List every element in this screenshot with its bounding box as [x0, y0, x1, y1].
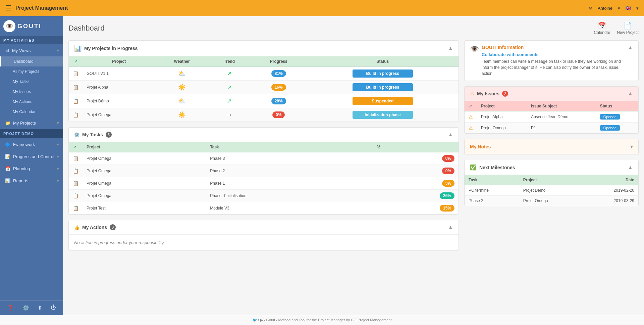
- sidebar-item-reports[interactable]: 📊 Reports ▾: [0, 175, 63, 187]
- new-project-button[interactable]: 📄 New Project: [617, 21, 639, 35]
- row-task-name: Phase 1: [206, 177, 373, 190]
- sidebar-item-my-projects[interactable]: 📁 My Projects ▾: [0, 117, 63, 129]
- row-trend: ↗: [208, 94, 251, 108]
- sidebar-item-planning[interactable]: 📅 Planning ▾: [0, 162, 63, 175]
- row-task-pct: 5%: [373, 177, 459, 190]
- tasks-link-icon: ↗: [73, 145, 76, 149]
- row-project-name: Projet Omega: [83, 152, 206, 165]
- table-row: 📋 Projet Test Module V3 15%: [69, 202, 459, 215]
- logo-icon: 👁️: [3, 20, 15, 32]
- side-column: 👁️ GOUTI Information Collaborate with co…: [464, 40, 639, 251]
- sidebar-item-my-calendar[interactable]: My Calendar: [0, 107, 63, 117]
- actions-card: 👍 My Actions 0 ▲ No action in progress u…: [68, 220, 459, 251]
- row-icon: 📋: [69, 152, 83, 165]
- row-date: 2019-02-20: [583, 185, 638, 196]
- col-link: ↗: [69, 56, 83, 67]
- row-project-name: Projet Omega: [519, 196, 583, 206]
- row-trend: →: [208, 108, 251, 122]
- gouti-info-text: Team members can write a message on task…: [482, 58, 628, 77]
- issues-warning-icon: ⚠: [470, 91, 474, 96]
- my-actions-label: My Actions: [13, 99, 32, 104]
- language-flag[interactable]: 🇬🇧: [626, 6, 631, 11]
- footer-settings-icon[interactable]: ⚙️: [22, 305, 29, 311]
- reports-icon: 📊: [5, 178, 10, 183]
- footer-power-icon[interactable]: ⏻: [51, 305, 56, 311]
- milestones-card: ✅ Next Milestones ▲ Task Project Date: [464, 160, 639, 206]
- row-progress: 28%: [250, 94, 307, 108]
- sidebar-item-dashboard[interactable]: Dashboard: [0, 56, 63, 66]
- col-project: Project: [83, 56, 155, 67]
- sidebar-item-my-actions[interactable]: My Actions: [0, 97, 63, 107]
- sidebar-item-my-views[interactable]: 🖥 My Views ▾: [0, 44, 63, 56]
- row-icon: ⚠: [465, 123, 477, 134]
- row-weather: ⛅: [155, 94, 208, 108]
- menu-icon[interactable]: ☰: [5, 4, 11, 12]
- sidebar-logo: 👁️ GOUTI: [0, 16, 63, 36]
- issues-col-status: Status: [596, 101, 638, 111]
- user-chevron[interactable]: ▾: [618, 6, 620, 11]
- projects-card-icon: 📊: [74, 45, 82, 52]
- row-project-name: Projet Omega: [83, 108, 155, 122]
- table-row: 📋 Projet Omega Phase d'initialisation 25…: [69, 190, 459, 202]
- page-title: Dashboard: [68, 24, 105, 33]
- new-project-icon: 📄: [624, 21, 632, 30]
- content-area: Dashboard 📅 Calendar 📄 New Project: [63, 16, 644, 315]
- tasks-collapse-btn[interactable]: ▲: [448, 132, 453, 138]
- footer-help-icon[interactable]: ❓: [7, 305, 14, 311]
- table-row: Phase 2 Projet Omega 2019-03-29: [465, 196, 638, 206]
- views-icon: 🖥: [5, 48, 9, 53]
- row-icon: 📋: [69, 177, 83, 190]
- projects-icon: 📁: [5, 121, 10, 126]
- row-trend: ↗: [208, 67, 251, 81]
- dashboard-actions: 📅 Calendar 📄 New Project: [594, 21, 639, 35]
- sidebar-item-my-tasks[interactable]: My Tasks: [0, 77, 63, 87]
- row-task-name: Module V3: [206, 202, 373, 215]
- notes-card-title: My Notes: [470, 144, 491, 149]
- gouti-info-title: GOUTI Information: [482, 45, 628, 50]
- sidebar-item-progress-control[interactable]: 📝 Progress and Control ▾: [0, 150, 63, 162]
- main-layout: 👁️ GOUTI MY ACTIVITIES 🖥 My Views ▾ Dash…: [0, 16, 644, 315]
- row-issue-status: Opened: [596, 111, 638, 123]
- planning-icon: 📅: [5, 166, 10, 171]
- mail-icon[interactable]: ✉: [589, 6, 592, 11]
- notes-collapse-btn[interactable]: ▾: [630, 143, 633, 150]
- sidebar: 👁️ GOUTI MY ACTIVITIES 🖥 My Views ▾ Dash…: [0, 16, 63, 315]
- issues-collapse-btn[interactable]: ▲: [628, 91, 633, 97]
- projects-collapse-btn[interactable]: ▲: [448, 45, 453, 51]
- table-row: 📋 Projet Omega Phase 3 0%: [69, 152, 459, 165]
- footer-text: 🐦 f ▶ - Gouti - Method and Tool for the …: [253, 318, 392, 322]
- gouti-info-subtitle: Collaborate with comments: [482, 52, 628, 57]
- footer-upload-icon[interactable]: ⬆: [38, 305, 42, 311]
- tasks-count-badge: 5: [106, 132, 112, 138]
- sidebar-item-framework[interactable]: 🔷 Framework ▾: [0, 138, 63, 150]
- row-weather: ⛅: [155, 67, 208, 81]
- table-row: 📋 Projet Démo ⛅ ↗ 28% Suspended: [69, 94, 459, 108]
- sidebar-item-all-projects[interactable]: All my Projects: [0, 66, 63, 77]
- reports-label: Reports: [13, 178, 29, 183]
- framework-chevron: ▾: [57, 142, 59, 147]
- progress-icon: 📝: [5, 154, 10, 159]
- milestones-icon: ✅: [470, 164, 477, 171]
- projects-card-title: My Projects in Progress: [84, 46, 138, 51]
- projects-card: 📊 My Projects in Progress ▲ ↗ Project: [68, 40, 459, 122]
- new-project-label: New Project: [617, 30, 639, 35]
- tasks-col-project: Project: [83, 142, 206, 152]
- sidebar-item-my-issues[interactable]: My Issues: [0, 87, 63, 97]
- row-task-pct: 15%: [373, 202, 459, 215]
- row-project-name: Projet Omega: [83, 177, 206, 190]
- milestones-collapse-btn[interactable]: ▲: [628, 165, 633, 171]
- row-progress: 0%: [250, 108, 307, 122]
- actions-collapse-btn[interactable]: ▲: [448, 224, 453, 230]
- gouti-collapse-btn[interactable]: ▲: [628, 45, 633, 51]
- dashboard-columns: 📊 My Projects in Progress ▲ ↗ Project: [68, 40, 639, 251]
- flag-chevron[interactable]: ▾: [636, 6, 639, 11]
- issues-card-header: ⚠ My Issues 2 ▲: [465, 87, 638, 101]
- planning-chevron: ▾: [57, 166, 59, 171]
- row-project-name: GOUTI V1.1: [83, 67, 155, 81]
- milestones-col-task: Task: [465, 175, 519, 185]
- logo-text: GOUTI: [17, 23, 42, 30]
- row-project-name: Projet Omega: [83, 190, 206, 202]
- user-name[interactable]: Antoine: [598, 6, 612, 11]
- row-task-name: Phase d'initialisation: [206, 190, 373, 202]
- calendar-button[interactable]: 📅 Calendar: [594, 21, 610, 35]
